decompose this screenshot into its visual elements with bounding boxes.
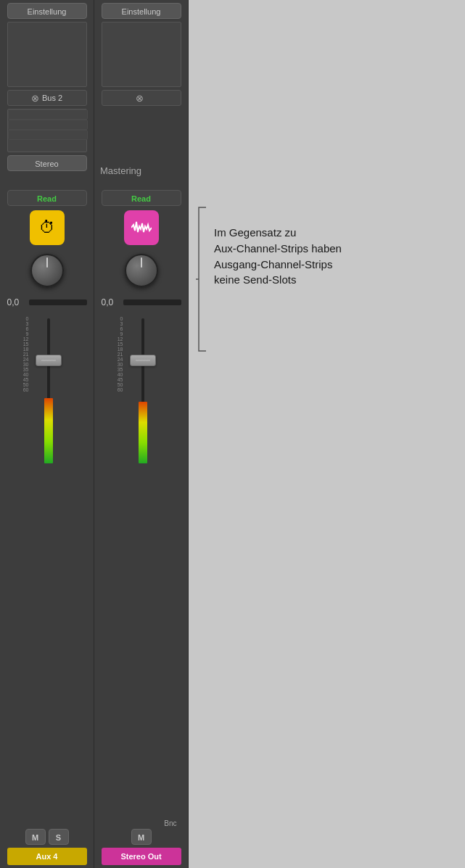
fader-track-area-stereoout[interactable] [125,315,161,467]
channel-label-aux4[interactable]: Aux 4 [7,848,87,865]
annotation-line1: Im Gegensatz zuAux-Channel-Strips habenA… [214,226,342,286]
plugin-slots-stereoout [102,22,181,87]
knob-stereoout[interactable] [125,254,158,287]
fader-scale-aux4: 0 3 6 9 12 15 18 21 24 30 35 40 45 50 60 [15,315,30,467]
spacer-stereoout [102,174,181,189]
bnc-label: Bnc [164,819,176,827]
channel-label-stereoout[interactable]: Stereo Out [102,848,181,865]
read-btn-stereoout[interactable]: Read [102,190,181,206]
read-btn-aux4[interactable]: Read [7,190,87,206]
volume-bar-stereoout [123,299,181,305]
bracket [196,207,207,352]
spacer-aux4 [7,174,87,189]
plugin-icon-symbol-aux4: ⏱ [39,218,55,237]
knob-container-aux4 [28,251,67,290]
plugin-icon-stereoout[interactable] [124,210,159,245]
annotation-panel: Im Gegensatz zuAux-Channel-Strips habenA… [189,0,465,868]
fader-container-stereoout: 0 3 6 9 12 15 18 21 24 30 35 40 45 50 60 [109,315,174,467]
fader-container-aux4: 0 3 6 9 12 15 18 21 24 30 35 40 45 50 60 [15,315,80,467]
einstellung-btn-aux4[interactable]: Einstellung [7,3,87,19]
channel-strip-stereoout: Einstellung ⊗ Mastering Read 0,0 [94,0,189,868]
plugin-icon-aux4[interactable]: ⏱ [30,210,65,245]
volume-num-aux4: 0,0 [7,297,29,307]
no-send-slots-stereoout [102,109,181,152]
volume-display-stereoout: 0,0 [102,294,181,310]
fader-track-area-aux4[interactable] [30,315,67,467]
bottom-controls-aux4: M S Aux 4 [7,829,87,865]
link-icon-stereoout: ⊗ [136,93,144,104]
mute-btn-aux4[interactable]: M [25,829,46,845]
knob-aux4[interactable] [30,254,64,287]
mixer-area: Einstellung ⊗ Bus 2 Stereo Read ⏱ 0,0 0 [0,0,189,868]
link-icon-aux4: ⊗ [31,93,39,104]
send-slots-aux4 [7,109,87,152]
bottom-controls-stereoout: Bnc M Stereo Out [102,819,181,865]
solo-btn-aux4[interactable]: S [49,829,69,845]
fader-section-aux4: 0 3 6 9 12 15 18 21 24 30 35 40 45 50 60 [7,315,87,826]
bus-row-aux4[interactable]: ⊗ Bus 2 [7,90,87,106]
waveform-icon [131,219,152,236]
fader-level-bar-stereoout [139,402,147,463]
mute-btn-stereoout[interactable]: M [131,829,152,845]
fader-level-bar-aux4 [44,398,53,463]
volume-display-aux4: 0,0 [7,294,87,310]
plugin-slots-aux4 [7,22,87,87]
annotation-text: Im Gegensatz zuAux-Channel-Strips habenA… [214,225,432,288]
einstellung-btn-stereoout[interactable]: Einstellung [102,3,181,19]
volume-bar-aux4 [29,299,87,305]
ms-buttons-aux4: M S [25,829,69,845]
bus-label-aux4: Bus 2 [42,94,62,102]
channel-strip-aux4: Einstellung ⊗ Bus 2 Stereo Read ⏱ 0,0 0 [0,0,94,868]
fader-thumb-aux4[interactable] [36,355,62,366]
fader-section-stereoout: 0 3 6 9 12 15 18 21 24 30 35 40 45 50 60 [102,315,181,817]
knob-container-stereoout [122,251,161,290]
ms-buttons-stereoout: M [131,829,152,845]
mastering-label: Mastering [100,165,141,176]
fader-thumb-stereoout[interactable] [130,355,156,366]
stereo-btn-aux4[interactable]: Stereo [7,155,87,171]
bus-row-stereoout[interactable]: ⊗ [102,90,181,106]
volume-num-stereoout: 0,0 [102,297,123,307]
fader-scale-stereoout: 0 3 6 9 12 15 18 21 24 30 35 40 45 50 60 [109,315,125,467]
